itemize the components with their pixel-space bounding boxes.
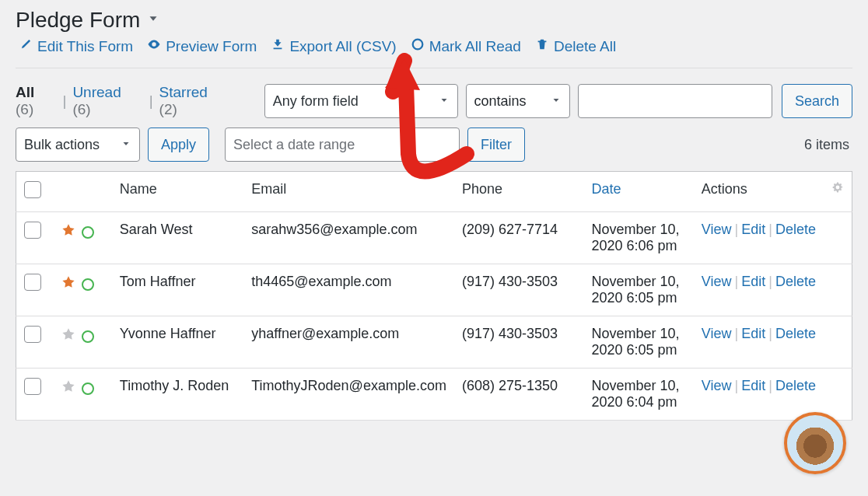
chevron-down-icon <box>439 93 450 110</box>
preview-form-link[interactable]: Preview Form <box>147 37 257 55</box>
status-filters: All (6) | Unread (6) | Starred (2) <box>16 84 229 118</box>
delete-link[interactable]: Delete <box>775 378 816 393</box>
bulk-action-value: Bulk actions <box>24 137 100 153</box>
condition-select-value: contains <box>474 93 527 110</box>
read-indicator-icon[interactable] <box>82 226 94 239</box>
edit-form-link[interactable]: Edit This Form <box>19 37 133 55</box>
cell-email: th4465@example.com <box>243 264 454 316</box>
search-value-input[interactable] <box>578 84 772 118</box>
circle-icon <box>411 37 425 55</box>
search-button[interactable]: Search <box>782 84 852 118</box>
table-row: Timothy J. Roden TimothyJRoden@example.c… <box>16 369 852 421</box>
top-action-bar: Edit This Form Preview Form Export All (… <box>16 34 852 68</box>
col-date[interactable]: Date <box>583 172 693 212</box>
cell-name: Sarah West <box>112 212 243 264</box>
col-phone[interactable]: Phone <box>454 172 583 212</box>
table-row: Sarah West sarahw356@example.com (209) 6… <box>16 212 852 264</box>
cell-date: November 10, 2020 6:05 pm <box>583 316 693 369</box>
cell-name: Timothy J. Roden <box>112 369 243 421</box>
row-checkbox[interactable] <box>24 222 41 239</box>
eye-icon <box>147 37 161 55</box>
col-name[interactable]: Name <box>112 172 243 212</box>
apply-button[interactable]: Apply <box>148 127 209 162</box>
entries-table: Name Email Phone Date Actions Sarah West… <box>16 171 852 421</box>
cell-email: yhaffner@example.com <box>243 316 454 369</box>
chevron-down-icon <box>121 137 131 153</box>
field-select[interactable]: Any form field <box>264 84 458 118</box>
date-range-placeholder: Select a date range <box>233 137 355 153</box>
col-email[interactable]: Email <box>243 172 454 212</box>
bulk-action-select[interactable]: Bulk actions <box>16 127 140 162</box>
cell-actions: View|Edit|Delete <box>694 212 852 264</box>
cell-phone: (917) 430-3503 <box>454 264 583 316</box>
export-all-link[interactable]: Export All (CSV) <box>271 37 396 55</box>
view-link[interactable]: View <box>702 222 732 237</box>
delete-link[interactable]: Delete <box>775 326 816 341</box>
star-icon[interactable] <box>61 223 75 241</box>
cell-name: Yvonne Haffner <box>112 316 243 369</box>
cell-date: November 10, 2020 6:06 pm <box>583 212 693 264</box>
cell-phone: (917) 430-3503 <box>454 316 583 369</box>
view-link[interactable]: View <box>702 274 732 289</box>
edit-link[interactable]: Edit <box>741 326 765 341</box>
filter-button[interactable]: Filter <box>467 127 525 162</box>
trash-icon <box>535 37 549 55</box>
help-mascot-button[interactable] <box>784 412 846 474</box>
delete-link[interactable]: Delete <box>775 222 816 237</box>
condition-select[interactable]: contains <box>466 84 570 118</box>
page-title: Pledge Form <box>16 8 140 33</box>
edit-link[interactable]: Edit <box>741 274 765 289</box>
export-icon <box>271 37 285 55</box>
view-link[interactable]: View <box>702 378 732 393</box>
edit-link[interactable]: Edit <box>741 378 765 393</box>
mark-read-link[interactable]: Mark All Read <box>411 37 521 55</box>
read-indicator-icon[interactable] <box>82 278 94 291</box>
star-icon[interactable] <box>61 275 75 293</box>
star-icon[interactable] <box>61 327 75 345</box>
filter-starred[interactable]: Starred <box>159 84 208 100</box>
export-all-label: Export All (CSV) <box>289 38 396 55</box>
svg-point-0 <box>412 40 422 50</box>
chevron-down-icon <box>551 93 562 110</box>
view-link[interactable]: View <box>702 326 732 341</box>
preview-form-label: Preview Form <box>166 38 257 55</box>
read-indicator-icon[interactable] <box>82 330 94 343</box>
cell-date: November 10, 2020 6:04 pm <box>583 369 693 421</box>
filter-unread[interactable]: Unread <box>72 84 121 100</box>
row-checkbox[interactable] <box>24 274 41 291</box>
delete-all-label: Delete All <box>554 38 616 55</box>
cell-email: TimothyJRoden@example.com <box>243 369 454 421</box>
date-range-input[interactable]: Select a date range <box>225 127 460 162</box>
cell-name: Tom Haffner <box>112 264 243 316</box>
pencil-icon <box>19 37 33 55</box>
row-checkbox[interactable] <box>24 378 41 395</box>
edit-link[interactable]: Edit <box>741 222 765 237</box>
chevron-down-icon[interactable] <box>146 12 160 30</box>
cell-email: sarahw356@example.com <box>243 212 454 264</box>
cell-date: November 10, 2020 6:05 pm <box>583 264 693 316</box>
mark-read-label: Mark All Read <box>429 38 521 55</box>
filter-starred-count: (2) <box>159 101 177 117</box>
delete-link[interactable]: Delete <box>775 274 816 289</box>
cell-actions: View|Edit|Delete <box>694 316 852 369</box>
delete-all-link[interactable]: Delete All <box>535 37 616 55</box>
gear-icon[interactable] <box>831 181 844 197</box>
edit-form-label: Edit This Form <box>37 38 133 55</box>
filter-all[interactable]: All <box>16 84 34 100</box>
table-row: Tom Haffner th4465@example.com (917) 430… <box>16 264 852 316</box>
table-row: Yvonne Haffner yhaffner@example.com (917… <box>16 316 852 369</box>
filter-all-count: (6) <box>16 101 33 117</box>
cell-actions: View|Edit|Delete <box>694 264 852 316</box>
read-indicator-icon[interactable] <box>82 382 94 395</box>
row-checkbox[interactable] <box>24 326 41 343</box>
cell-phone: (608) 275-1350 <box>454 369 583 421</box>
cell-phone: (209) 627-7714 <box>454 212 583 264</box>
cell-actions: View|Edit|Delete <box>694 369 852 421</box>
items-count: 6 items <box>804 137 852 153</box>
star-icon[interactable] <box>61 379 75 397</box>
select-all-checkbox[interactable] <box>24 181 41 198</box>
field-select-value: Any form field <box>273 93 359 110</box>
filter-unread-count: (6) <box>72 101 90 117</box>
col-actions: Actions <box>694 172 824 212</box>
